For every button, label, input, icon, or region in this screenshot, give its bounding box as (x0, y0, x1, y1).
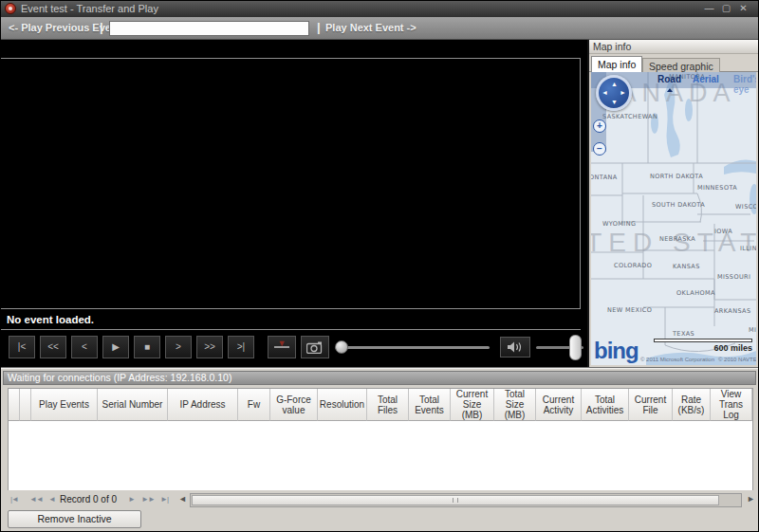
map-zoom-in-button[interactable]: + (593, 119, 606, 133)
video-display (1, 58, 581, 309)
copyright-microsoft: © 2011 Microsoft Corporation (640, 357, 714, 362)
toolbar-separator: | (317, 20, 321, 34)
pan-up-icon[interactable]: ▲ (611, 81, 618, 87)
map-label-minnesota: MINNESOTA (697, 184, 737, 192)
playback-controls: |< << < ▶ ■ > >> >| ▼ (1, 331, 587, 367)
hscroll-grip (453, 498, 458, 503)
seek-slider-thumb[interactable] (335, 340, 348, 354)
hscroll-right-arrow[interactable]: ► (747, 494, 755, 504)
col-total-activities[interactable]: Total Activities (582, 389, 629, 421)
window-title: Event test - Transfer and Play (21, 3, 158, 14)
save-frame-button[interactable]: ▼ (268, 336, 296, 358)
map-label-nebraska: NEBRASKA (659, 235, 695, 243)
mute-button[interactable] (500, 337, 530, 358)
record-next-page-button[interactable]: ►► (141, 495, 155, 504)
map-style-aerial[interactable]: Aerial (693, 74, 719, 84)
event-name-input[interactable] (109, 21, 309, 36)
stop-button[interactable]: ■ (134, 336, 160, 358)
hscroll-track[interactable] (190, 493, 742, 507)
app-window: Event test - Transfer and Play — ▢ ✕ <- … (0, 0, 759, 532)
connections-panel: Waiting for connections (IP Address: 192… (1, 367, 758, 532)
map-viewport[interactable]: CANADA UNITED STATES Road Aerial Bird's … (591, 72, 756, 365)
tab-map-info[interactable]: Map info (591, 56, 642, 72)
close-button[interactable]: ✕ (736, 3, 750, 14)
record-prev-button[interactable]: ◄ (48, 495, 55, 504)
col-current-size[interactable]: Current Size (MB) (451, 389, 494, 421)
pan-left-icon[interactable]: ◄ (602, 89, 608, 96)
map-style-birdseye[interactable]: Bird's eye (733, 74, 756, 95)
map-scale-label: 600 miles (654, 343, 752, 353)
col-resolution[interactable]: Resolution (318, 389, 367, 421)
record-last-button[interactable]: ►| (160, 495, 168, 504)
rewind-button[interactable]: << (40, 336, 66, 358)
col-row-indicator[interactable] (9, 389, 20, 421)
record-first-button[interactable]: |◄ (10, 495, 18, 504)
volume-slider-thumb[interactable] (569, 335, 582, 360)
map-label-saskatchewan: SASKATCHEWAN (602, 113, 657, 120)
grid-header-row: Play Events Serial Number IP Address Fw … (9, 389, 752, 421)
player-panel: No event loaded. |< << < ▶ ■ > >> >| ▼ (1, 40, 587, 367)
last-frame-button[interactable]: >| (228, 336, 254, 358)
col-fw[interactable]: Fw (238, 389, 270, 421)
col-total-size[interactable]: Total Size (MB) (494, 389, 536, 421)
connections-grid: Play Events Serial Number IP Address Fw … (8, 388, 753, 490)
map-label-kansas: KANSAS (673, 263, 700, 270)
tab-speed-graphic[interactable]: Speed graphic (642, 58, 720, 72)
col-ip-address[interactable]: IP Address (168, 389, 238, 421)
map-label-mississippi: MISSISSIPPI (749, 326, 756, 334)
event-toolbar: <- Play Previous Event | | Play Next Eve… (1, 17, 758, 40)
map-pan-compass[interactable]: ▲ ▼ ◄ ► (596, 75, 632, 111)
first-frame-button[interactable]: |< (9, 336, 35, 358)
map-label-colorado: COLORADO (614, 262, 652, 269)
col-view-trans-log[interactable]: View Trans Log (711, 389, 752, 421)
camera-icon (306, 341, 324, 354)
minimize-button[interactable]: — (702, 3, 716, 14)
no-event-message: No event loaded. (1, 310, 581, 330)
play-previous-event-button[interactable]: <- Play Previous Event (9, 22, 120, 33)
map-label-north-dakota: NORTH DAKOTA (650, 173, 703, 180)
map-label-illinois: ILLINOIS (740, 245, 756, 252)
speaker-icon (507, 340, 524, 354)
pan-right-icon[interactable]: ► (620, 89, 626, 96)
col-row-select[interactable] (20, 389, 31, 421)
snapshot-camera-button[interactable] (301, 336, 329, 358)
title-bar: Event test - Transfer and Play — ▢ ✕ (1, 1, 758, 17)
record-prev-page-button[interactable]: ◄◄ (29, 495, 43, 504)
record-navigator-row: |◄ ◄◄ ◄ Record 0 of 0 ► ►► ►| ◄ ► (1, 492, 758, 509)
maximize-button[interactable]: ▢ (719, 3, 733, 14)
map-panel-caption: Map info (589, 40, 758, 54)
map-label-iowa: IOWA (714, 228, 732, 235)
map-label-texas: TEXAS (673, 330, 694, 338)
col-serial-number[interactable]: Serial Number (98, 389, 168, 421)
map-label-wyoming: WYOMING (602, 220, 636, 228)
col-current-file[interactable]: Current File (629, 389, 673, 421)
map-label-south-dakota: SOUTH DAKOTA (652, 201, 705, 209)
remove-inactive-connections-button[interactable]: Remove Inactive Connections (8, 510, 141, 528)
play-next-event-button[interactable]: Play Next Event -> (325, 22, 417, 33)
record-next-button[interactable]: ► (128, 495, 135, 504)
col-play-events[interactable]: Play Events (31, 389, 98, 421)
connection-status-bar: Waiting for connections (IP Address: 192… (3, 371, 756, 385)
col-current-activity[interactable]: Current Activity (536, 389, 582, 421)
col-rate[interactable]: Rate (KB/s) (673, 389, 711, 421)
map-style-road[interactable]: Road (657, 74, 681, 84)
col-total-files[interactable]: Total Files (367, 389, 409, 421)
hscroll-left-arrow[interactable]: ◄ (178, 494, 187, 504)
step-back-button[interactable]: < (71, 336, 98, 358)
grid-body-empty (9, 421, 752, 490)
seek-slider-track[interactable] (335, 346, 490, 349)
map-zoom-out-button[interactable]: − (593, 142, 606, 156)
map-label-arkansas: ARKANSAS (714, 307, 750, 315)
col-total-events[interactable]: Total Events (409, 389, 451, 421)
hscroll-thumb[interactable] (192, 495, 719, 505)
fast-forward-button[interactable]: >> (196, 336, 223, 358)
map-label-wisconsin: WISCONSIN (735, 203, 756, 211)
bing-logo: bing (594, 338, 639, 364)
map-scale-bar (654, 339, 752, 342)
pan-down-icon[interactable]: ▼ (611, 99, 618, 105)
play-button[interactable]: ▶ (102, 336, 129, 358)
map-tab-bar: Map info Speed graphic (589, 54, 758, 72)
col-gforce-value[interactable]: G-Force value (270, 389, 318, 421)
download-arrow-icon: ▼ (268, 337, 295, 350)
step-forward-button[interactable]: > (165, 336, 192, 358)
